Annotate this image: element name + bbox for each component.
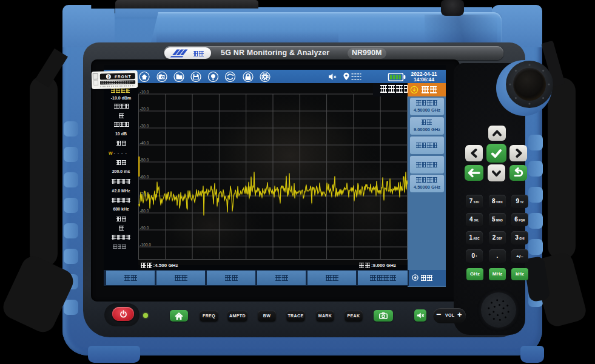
svg-text:-100.0: -100.0 — [140, 243, 152, 247]
svg-text:-60.0: -60.0 — [140, 175, 149, 179]
svg-text:-30.0: -30.0 — [140, 124, 149, 128]
svg-text:-90.0: -90.0 — [140, 226, 149, 230]
svg-text:-50.0: -50.0 — [140, 158, 149, 162]
svg-text:-40.0: -40.0 — [140, 141, 149, 145]
svg-text:-20.0: -20.0 — [140, 107, 149, 111]
svg-text:-10.0: -10.0 — [140, 90, 149, 94]
svg-text:-80.0: -80.0 — [140, 209, 149, 213]
